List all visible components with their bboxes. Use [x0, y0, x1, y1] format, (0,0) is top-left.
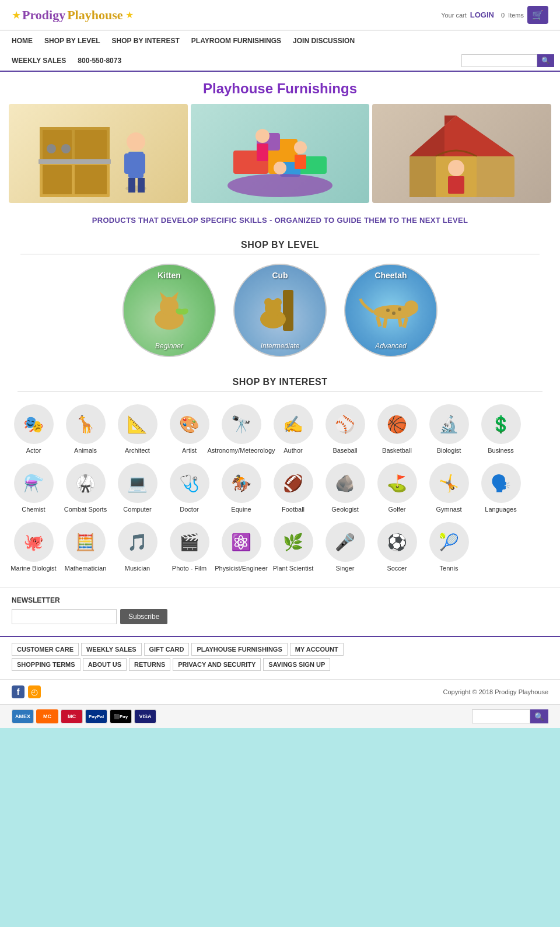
interest-item-actor[interactable]: 🎭 Actor: [9, 401, 58, 457]
rss-icon[interactable]: ◴: [28, 685, 41, 698]
search-input[interactable]: [461, 54, 537, 67]
interest-icon-photo-film: 🎬: [170, 522, 209, 562]
nav-playroom-furnishings[interactable]: PLAYROOM FURNISHINGS: [186, 31, 287, 51]
interest-icon-animals: 🦒: [66, 404, 106, 444]
interest-item-languages[interactable]: 🗣️ Languages: [476, 460, 526, 516]
facebook-icon[interactable]: f: [12, 685, 24, 698]
star-icon-right: ★: [125, 9, 134, 20]
footer-link-privacy-and-security[interactable]: PRIVACY AND SECURITY: [173, 658, 261, 671]
payment-search-input[interactable]: [472, 709, 530, 723]
interest-item-singer[interactable]: 🎤 Singer: [320, 519, 370, 575]
interest-item-physicist[interactable]: ⚛️ Physicist/Engineer: [216, 519, 266, 575]
nav-weekly-sales[interactable]: WEEKLY SALES: [6, 51, 72, 71]
svg-point-46: [404, 300, 418, 314]
svg-point-24: [294, 141, 307, 154]
hero-image-kitchen[interactable]: [9, 104, 188, 203]
logo[interactable]: ★ Prodigy Playhouse ★: [12, 8, 134, 23]
cheetah-bottom-label: Advanced: [375, 342, 406, 350]
svg-point-22: [256, 129, 270, 143]
interest-item-combat-sports[interactable]: 🥋 Combat Sports: [61, 460, 110, 516]
svg-rect-23: [257, 144, 268, 161]
svg-rect-25: [295, 155, 306, 169]
interest-label-basketball: Basketball: [382, 447, 412, 454]
interest-icon-singer: 🎤: [326, 522, 365, 562]
interest-label-physicist: Physicist/Engineer: [215, 565, 268, 572]
nav-home[interactable]: HOME: [6, 31, 38, 51]
footer-link-about-us[interactable]: ABOUT US: [83, 658, 127, 671]
nav-shop-by-interest[interactable]: SHOP BY INTEREST: [106, 31, 186, 51]
hero-image-tent[interactable]: [372, 104, 551, 203]
svg-rect-33: [448, 176, 464, 194]
main-content: Playhouse Furnishings: [0, 72, 560, 728]
interest-item-computer[interactable]: 💻 Computer: [113, 460, 162, 516]
interest-label-actor: Actor: [26, 447, 41, 454]
footer-link-weekly-sales[interactable]: WEEKLY SALES: [81, 643, 142, 656]
nav-join-discussion[interactable]: JOIN DISCUSSION: [287, 31, 360, 51]
svg-rect-6: [38, 159, 111, 164]
star-icon-left: ★: [12, 9, 21, 22]
cart-icon[interactable]: 🛒: [527, 6, 548, 24]
interest-item-mathematician[interactable]: 🧮 Mathematician: [61, 519, 110, 575]
header: ★ Prodigy Playhouse ★ Your cart LOGIN 0 …: [0, 0, 560, 30]
interest-item-artist[interactable]: 🎨 Artist: [164, 401, 214, 457]
interest-item-animals[interactable]: 🦒 Animals: [61, 401, 110, 457]
interest-item-business[interactable]: 💲 Business: [476, 401, 526, 457]
svg-point-21: [228, 174, 332, 197]
interest-item-astronomy[interactable]: 🔭 Astronomy/Meteorology: [216, 401, 266, 457]
login-button[interactable]: LOGIN: [470, 11, 494, 19]
interest-item-gymnast[interactable]: 🤸 Gymnast: [424, 460, 474, 516]
interest-item-soccer[interactable]: ⚽ Soccer: [372, 519, 422, 575]
search-button[interactable]: 🔍: [537, 54, 554, 67]
items-label: Items: [508, 12, 524, 19]
interest-item-basketball[interactable]: 🏀 Basketball: [372, 401, 422, 457]
level-cheetah[interactable]: Cheetah: [344, 264, 438, 357]
interest-icon-mathematician: 🧮: [66, 522, 106, 562]
nav-shop-by-level[interactable]: SHOP BY LEVEL: [38, 31, 106, 51]
svg-rect-12: [124, 153, 131, 174]
items-count: 0: [501, 12, 505, 19]
interest-item-plant-scientist[interactable]: 🌿 Plant Scientist: [268, 519, 318, 575]
footer-link-playhouse-furnishings[interactable]: PLAYHOUSE FURNISHINGS: [191, 643, 287, 656]
interest-item-baseball[interactable]: ⚾ Baseball: [320, 401, 370, 457]
interest-item-marine-biologist[interactable]: 🐙 Marine Biologist: [9, 519, 58, 575]
interest-item-geologist[interactable]: 🪨 Geologist: [320, 460, 370, 516]
interest-item-architect[interactable]: 📐 Architect: [113, 401, 162, 457]
interest-item-musician[interactable]: 🎵 Musician: [113, 519, 162, 575]
interest-item-author[interactable]: ✍️ Author: [268, 401, 318, 457]
newsletter-input[interactable]: [12, 609, 117, 624]
interest-icon-baseball: ⚾: [326, 404, 365, 444]
footer-link-my-account[interactable]: MY ACCOUNT: [290, 643, 344, 656]
svg-point-10: [127, 132, 145, 151]
main-nav: HOME SHOP BY LEVEL SHOP BY INTEREST PLAY…: [0, 30, 560, 72]
level-kitten[interactable]: Kitten Beginner: [123, 264, 216, 357]
footer-link-shopping-terms[interactable]: SHOPPING TERMS: [12, 658, 80, 671]
footer-link-returns[interactable]: RETURNS: [129, 658, 170, 671]
interest-item-doctor[interactable]: 🩺 Doctor: [164, 460, 214, 516]
interest-item-photo-film[interactable]: 🎬 Photo - Film: [164, 519, 214, 575]
payment-amex: AMEX: [12, 709, 34, 723]
tagline-text: PRODUCTS THAT DEVELOP SPECIFIC SKILLS - …: [9, 216, 551, 225]
interest-item-tennis[interactable]: 🎾 Tennis: [424, 519, 474, 575]
interest-item-football[interactable]: 🏈 Football: [268, 460, 318, 516]
interest-icon-football: 🏈: [274, 463, 313, 503]
interest-item-equine[interactable]: 🏇 Equine: [216, 460, 266, 516]
shop-by-level-section: SHOP BY LEVEL Kitten: [0, 232, 560, 369]
footer-link-customer-care[interactable]: CUSTOMER CARE: [12, 643, 79, 656]
cub-bottom-label: Intermediate: [261, 342, 300, 350]
nav-search: 🔍: [461, 52, 554, 69]
payment-search-button[interactable]: 🔍: [530, 709, 548, 723]
svg-point-49: [398, 307, 401, 311]
interest-item-biologist[interactable]: 🔬 Biologist: [424, 401, 474, 457]
subscribe-button[interactable]: Subscribe: [120, 609, 167, 624]
interest-item-chemist[interactable]: ⚗️ Chemist: [9, 460, 58, 516]
cub-top-label: Cub: [272, 271, 288, 280]
footer-link-savings-sign-up[interactable]: SAVINGS SIGN UP: [263, 658, 330, 671]
svg-point-32: [448, 160, 464, 176]
interest-item-golfer[interactable]: ⛳ Golfer: [372, 460, 422, 516]
footer-link-gift-card[interactable]: GIFT CARD: [144, 643, 190, 656]
level-cub[interactable]: Cub Intermediate: [233, 264, 327, 357]
interest-label-biologist: Biologist: [437, 447, 461, 454]
cart-area: Your cart LOGIN 0 Items 🛒: [441, 6, 548, 24]
svg-point-26: [274, 162, 286, 174]
hero-image-foam[interactable]: [191, 104, 370, 203]
